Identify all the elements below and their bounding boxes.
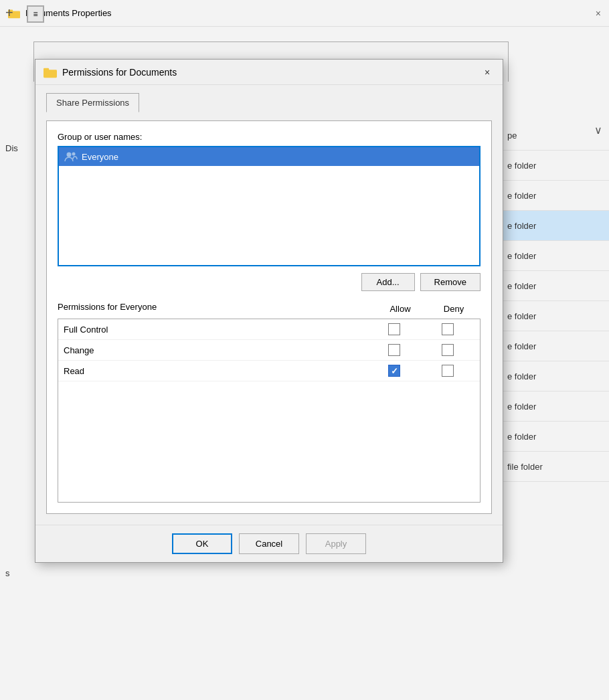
list-item[interactable]: file folder: [502, 452, 609, 482]
full-control-allow-checkbox[interactable]: [388, 323, 400, 335]
svg-point-5: [72, 153, 76, 156]
perm-read-label: Read: [64, 366, 367, 376]
read-deny-checkbox[interactable]: [442, 365, 454, 377]
list-item[interactable]: e folder: [502, 391, 609, 422]
full-control-deny-cell: [421, 323, 474, 335]
main-area: Group or user names: Everyone Add...: [46, 120, 492, 514]
dialog-titlebar: Permissions for Documents ×: [35, 60, 503, 85]
group-users-label: Group or user names:: [58, 132, 481, 142]
dialog-content: Share Permissions Group or user names: E…: [35, 85, 503, 525]
svg-point-4: [67, 153, 72, 157]
tabs-container: Share Permissions: [46, 93, 492, 112]
perm-row-change: Change: [58, 340, 480, 361]
list-item[interactable]: e folder: [502, 211, 609, 241]
read-allow-checkbox[interactable]: [388, 365, 400, 377]
list-item[interactable]: e folder: [502, 331, 609, 361]
dialog-title: Permissions for Documents: [62, 67, 177, 78]
permissions-dialog: Permissions for Documents × Share Permis…: [35, 59, 503, 563]
dropdown-arrow-icon[interactable]: ∨: [594, 124, 602, 137]
perm-full-control-label: Full Control: [64, 325, 367, 335]
change-allow-cell: [367, 344, 421, 356]
perm-row-full-control: Full Control: [58, 319, 480, 340]
dialog-folder-icon: [44, 66, 57, 79]
sidebar-toggle-button[interactable]: ≡: [27, 5, 44, 23]
bg-close-button[interactable]: ×: [596, 8, 601, 19]
change-deny-checkbox[interactable]: [442, 344, 454, 356]
add-icon[interactable]: +: [5, 5, 13, 21]
bg-titlebar: Documents Properties ×: [0, 0, 609, 27]
list-item[interactable]: pe: [502, 120, 609, 151]
read-deny-cell: [421, 365, 474, 377]
permissions-header-row: Permissions for Everyone Allow Deny: [58, 302, 481, 316]
svg-rect-3: [44, 68, 49, 71]
list-item[interactable]: e folder: [502, 301, 609, 331]
apply-button[interactable]: Apply: [306, 533, 366, 554]
permissions-for-label: Permissions for Everyone: [58, 302, 373, 312]
perm-row-read: Read: [58, 361, 480, 381]
dialog-bottom-buttons: OK Cancel Apply: [35, 525, 503, 562]
deny-column-header: Deny: [427, 304, 481, 314]
add-remove-buttons: Add... Remove: [58, 273, 481, 291]
change-allow-checkbox[interactable]: [388, 344, 400, 356]
change-deny-cell: [421, 344, 474, 356]
user-everyone-label: Everyone: [82, 152, 118, 162]
permissions-empty-space: [58, 381, 480, 502]
users-listbox[interactable]: Everyone: [58, 146, 481, 266]
right-list: pe e folder e folder e folder e folder e…: [502, 120, 609, 482]
ok-button[interactable]: OK: [172, 533, 232, 554]
full-control-deny-checkbox[interactable]: [442, 323, 454, 335]
left-item-s: s: [0, 565, 15, 581]
add-button[interactable]: Add...: [361, 273, 415, 291]
perm-change-label: Change: [64, 345, 367, 355]
list-item[interactable]: e folder: [502, 151, 609, 181]
tab-share-permissions[interactable]: Share Permissions: [46, 93, 139, 112]
full-control-allow-cell: [367, 323, 421, 335]
dialog-close-button[interactable]: ×: [478, 64, 496, 81]
list-item[interactable]: e folder: [502, 181, 609, 211]
remove-button[interactable]: Remove: [420, 273, 481, 291]
user-row-everyone[interactable]: Everyone: [59, 147, 479, 166]
permissions-table: Full Control Change: [58, 319, 481, 503]
list-item[interactable]: e folder: [502, 241, 609, 271]
allow-column-header: Allow: [373, 304, 427, 314]
list-item[interactable]: e folder: [502, 361, 609, 391]
list-item[interactable]: e folder: [502, 422, 609, 452]
list-item[interactable]: e folder: [502, 271, 609, 301]
cancel-button[interactable]: Cancel: [239, 533, 299, 554]
people-icon: [64, 150, 78, 163]
read-allow-cell: [367, 365, 421, 377]
left-item-dis: Dis: [0, 141, 23, 156]
